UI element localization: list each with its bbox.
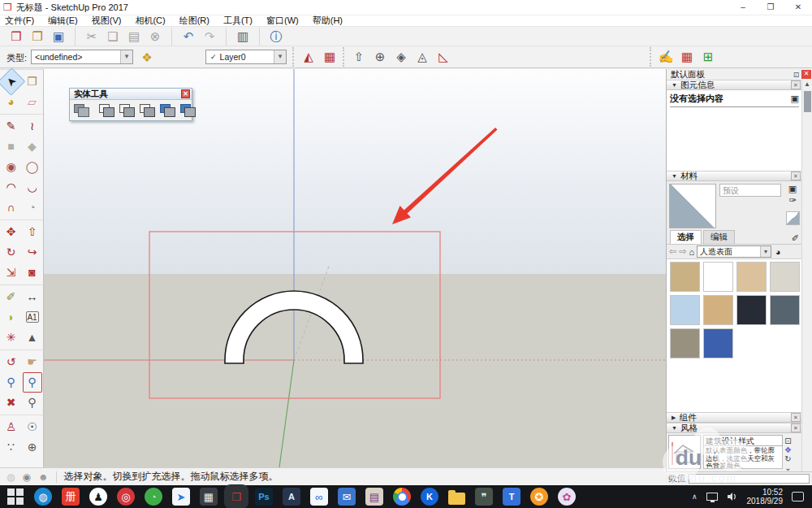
minimize-button[interactable]: – <box>729 0 757 15</box>
materials-header[interactable]: ▼ 材料 ✕ <box>667 171 802 181</box>
outer-shell-tool[interactable] <box>74 104 89 117</box>
new-button[interactable]: ❒ <box>6 28 27 46</box>
winrar-app[interactable]: ▤ <box>365 488 383 506</box>
geolocation-icon[interactable]: ◍ <box>6 471 15 483</box>
forward-icon[interactable]: ⇨ <box>679 246 686 257</box>
swatch-wood[interactable] <box>736 262 767 292</box>
swatch-graybrown[interactable] <box>670 328 700 358</box>
menu-draw[interactable]: 绘图(R) <box>179 15 209 27</box>
details-toggle-icon[interactable]: ▣ <box>791 93 799 104</box>
tape-measure-tool[interactable]: ✐ <box>2 287 21 307</box>
classifier-add-button[interactable]: ⊞ <box>698 47 719 67</box>
follow-me-tool[interactable]: ↪ <box>23 242 42 263</box>
menu-tools[interactable]: 工具(T) <box>223 15 253 27</box>
drawing-canvas[interactable] <box>44 69 666 467</box>
offset-tool[interactable]: ◙ <box>23 263 42 283</box>
model-info-button[interactable]: ⓘ <box>266 28 287 46</box>
position-camera-tool[interactable]: ♙ <box>2 417 21 437</box>
circle-tool[interactable]: ◉ <box>2 157 21 177</box>
swatch-blue[interactable] <box>703 328 733 358</box>
close-icon[interactable]: ✕ <box>791 413 801 422</box>
chrome-app[interactable] <box>393 488 411 506</box>
account-icon[interactable]: ☻ <box>38 471 49 483</box>
swatch-lightgray[interactable] <box>770 262 800 292</box>
solid-tools-titlebar[interactable]: 实体工具 ✕ <box>70 89 192 100</box>
two-point-arc-tool[interactable]: ◡ <box>23 177 42 198</box>
entity-info-header[interactable]: ▼ 图元信息 ✕ <box>667 80 802 90</box>
paste-button[interactable]: ▤ <box>123 28 145 46</box>
photoshop-app[interactable]: Ps <box>255 488 273 506</box>
zoom-extents-tool[interactable]: ✖ <box>2 393 21 413</box>
start-button[interactable] <box>6 488 24 506</box>
smoove-tool[interactable]: ⇧ <box>348 47 369 67</box>
menu-window[interactable]: 窗口(W) <box>266 15 299 27</box>
from-contours-tool[interactable]: ◭ <box>298 47 319 67</box>
swatch-navy[interactable] <box>736 295 767 325</box>
security-app[interactable]: ✪ <box>530 488 548 506</box>
scroll-up-icon[interactable]: ▲ <box>802 80 812 89</box>
details-menu-icon[interactable]: ◕ <box>775 247 781 257</box>
drape-tool[interactable]: ◈ <box>391 47 412 67</box>
delete-button[interactable]: ⊗ <box>145 28 166 46</box>
rotate-tool[interactable]: ↻ <box>2 242 21 263</box>
union-tool[interactable] <box>119 104 135 117</box>
generate-report-button[interactable]: ▦ <box>676 47 698 67</box>
menu-help[interactable]: 帮助(H) <box>313 15 343 27</box>
protractor-tool[interactable]: ◗ <box>2 307 21 328</box>
components-header[interactable]: ▶ 组件 ✕ <box>667 412 802 423</box>
menu-edit[interactable]: 编辑(E) <box>48 15 78 27</box>
blue-bird-app[interactable]: ➤ <box>172 488 190 506</box>
display-pane-icon[interactable]: ⊡ <box>784 436 791 445</box>
polygon-tool[interactable]: ◯ <box>23 157 42 177</box>
wechat-app[interactable]: ❞ <box>475 488 493 506</box>
green-sphere-app[interactable]: ◔ <box>145 488 162 506</box>
notification-center-icon[interactable] <box>792 492 804 501</box>
zoom-previous-tool[interactable]: ⚲ <box>23 393 42 413</box>
ai-image-app[interactable]: A <box>283 488 300 506</box>
close-button[interactable]: ✕ <box>784 0 812 15</box>
mix-style-icon[interactable]: ❖ <box>784 445 792 454</box>
three-d-text-tool[interactable]: ▲ <box>23 328 42 348</box>
split-tool[interactable] <box>180 104 196 117</box>
k-app[interactable]: K <box>421 488 438 506</box>
tray-expand-icon[interactable]: ∧ <box>692 493 698 501</box>
styles-header[interactable]: ▼ 风格 ✕ <box>667 423 802 433</box>
paint-app[interactable]: ✿ <box>558 488 576 506</box>
credit-icon[interactable]: ◉ <box>22 471 30 483</box>
volume-icon[interactable] <box>727 492 738 501</box>
add-detail-tool[interactable]: ◬ <box>412 47 433 67</box>
material-name-field[interactable]: 预设 <box>719 184 781 197</box>
text-tool[interactable]: A1 <box>26 311 39 323</box>
classifier-tools-icon[interactable]: ❖ <box>136 48 158 67</box>
eyedropper-icon[interactable]: ✐ <box>792 233 799 244</box>
blue-square-app[interactable]: T <box>503 488 520 506</box>
line-tool[interactable]: ✎ <box>2 116 21 137</box>
collection-dropdown[interactable]: 人造表面 ▾ <box>697 245 771 258</box>
close-icon[interactable]: ✕ <box>801 70 811 79</box>
sketchup-app[interactable]: ❒ <box>227 488 245 506</box>
undo-button[interactable]: ↶ <box>178 28 199 46</box>
scale-tool[interactable]: ⇲ <box>2 263 21 283</box>
walk-tool[interactable]: ∵ <box>2 437 21 458</box>
mail-app[interactable]: ✉ <box>338 488 356 506</box>
scroll-thumb[interactable] <box>804 91 811 112</box>
axes-tool[interactable]: ✳ <box>2 328 21 348</box>
arc-tool[interactable]: ◠ <box>2 177 21 198</box>
network-icon[interactable] <box>706 493 718 501</box>
print-button[interactable]: ▥ <box>232 28 253 46</box>
back-icon[interactable]: ⇦ <box>669 246 676 257</box>
tab-select[interactable]: 选择 <box>670 230 702 244</box>
zoom-window-tool[interactable]: ⚲ <box>23 372 42 393</box>
move-tool[interactable]: ✥ <box>2 222 21 242</box>
in-model-icon[interactable]: ⌂ <box>689 247 694 257</box>
solid-tools-palette[interactable]: 实体工具 ✕ <box>69 88 192 121</box>
blue-globe-app[interactable]: ◍ <box>34 488 52 506</box>
intersect-tool[interactable] <box>99 104 114 117</box>
rotated-rectangle-tool[interactable]: ◆ <box>23 137 42 157</box>
swatch-slate[interactable] <box>770 295 800 325</box>
qq-app[interactable]: ♟ <box>89 488 107 506</box>
tray-scrollbar[interactable]: ▲ <box>801 80 812 471</box>
menu-camera[interactable]: 相机(C) <box>135 15 165 27</box>
freehand-tool[interactable]: ≀ <box>23 116 42 137</box>
default-material-swatch[interactable] <box>786 211 800 225</box>
